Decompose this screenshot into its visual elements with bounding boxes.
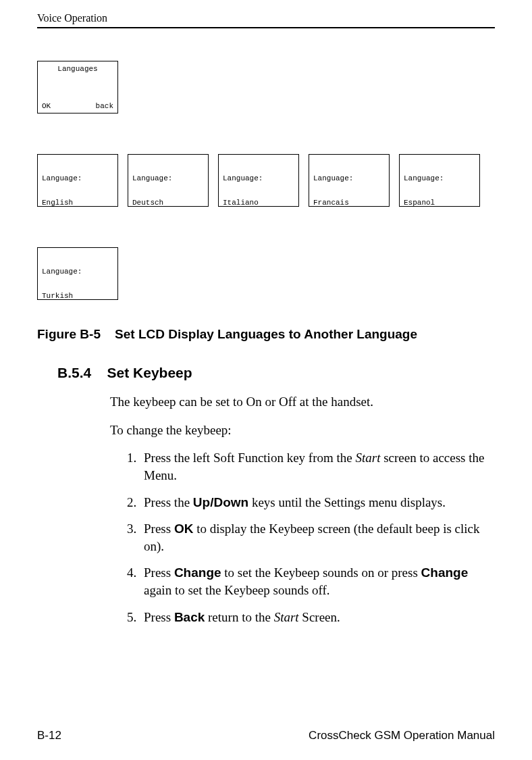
step-item: Press the left Soft Function key from th… [140, 449, 495, 484]
step-item: Press OK to display the Keybeep screen (… [140, 520, 495, 555]
lcd-screen-option: Language: Francais OK back [309, 154, 390, 207]
page-footer: B-12 CrossCheck GSM Operation Manual [37, 729, 495, 742]
step-item: Press the Up/Down keys until the Setting… [140, 494, 495, 511]
lcd-screen-option: Language: Deutsch OK back [128, 154, 209, 207]
lcd-softkey-left: OK [42, 102, 51, 110]
figure-title: Set LCD Display Languages to Another Lan… [115, 327, 417, 341]
section-title: Set Keybeep [107, 365, 192, 380]
step-item: Press Change to set the Keybeep sounds o… [140, 564, 495, 599]
paragraph: The keybeep can be set to On or Off at t… [110, 393, 495, 411]
lcd-screen-option: Language: English OK back [37, 154, 118, 207]
lcd-label: Language: [404, 174, 475, 182]
lcd-softkey-right: back [96, 102, 113, 110]
page-number: B-12 [37, 729, 61, 742]
lcd-label: Language: [42, 268, 113, 276]
section-number: B.5.4 [57, 365, 91, 380]
figure-number: Figure B-5 [37, 327, 101, 341]
lcd-title: Languages [42, 65, 113, 73]
lcd-value: Deutsch [132, 199, 204, 207]
paragraph: To change the keybeep: [110, 422, 495, 439]
lcd-screen-option: Language: Italiano OK back [218, 154, 299, 207]
lcd-label: Language: [42, 174, 113, 182]
page-header: Voice Operation [37, 0, 495, 28]
lcd-value: English [42, 199, 113, 207]
section-heading: B.5.4 Set Keybeep [57, 365, 495, 381]
lcd-value: Francais [313, 199, 385, 207]
header-title: Voice Operation [37, 12, 107, 24]
lcd-label: Language: [132, 174, 204, 182]
lcd-label: Language: [223, 174, 294, 182]
lcd-screen-languages: Languages OK back [37, 61, 118, 113]
lcd-value: Italiano [223, 199, 294, 207]
figure-caption: Figure B-5 Set LCD Display Languages to … [37, 327, 495, 342]
ordered-steps: Press the left Soft Function key from th… [110, 449, 495, 626]
lcd-value: Espanol [404, 199, 475, 207]
lcd-value: Turkish [42, 292, 113, 300]
step-item: Press Back return to the Start Screen. [140, 609, 495, 626]
lcd-label: Language: [313, 174, 385, 182]
manual-title: CrossCheck GSM Operation Manual [309, 729, 495, 742]
lcd-figure-area: Languages OK back Language: English OK b… [37, 61, 495, 300]
lcd-screen-option: Language: Turkish OK back [37, 247, 118, 300]
lcd-screen-option: Language: Espanol OK back [399, 154, 480, 207]
